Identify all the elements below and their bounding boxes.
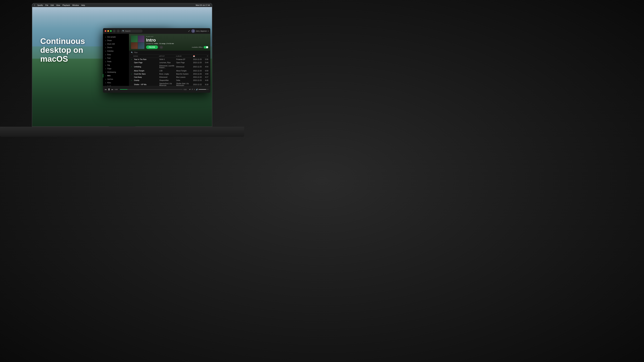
sp-progress: 0:09 5:22 bbox=[115, 89, 188, 90]
toggle-switch[interactable] bbox=[204, 46, 208, 48]
track-album-8: Shelter (feat. Lily McKenzie) bbox=[176, 83, 193, 86]
laptop-shell:  Spotify File Edit View Playback Window… bbox=[0, 0, 244, 137]
sidebar-item-drums[interactable]: ♫ Drums bbox=[103, 46, 129, 49]
sidebar-label-kilou: Kilou bbox=[107, 82, 111, 84]
music-icon-9: ♫ bbox=[105, 64, 106, 66]
album-thumb-1 bbox=[131, 35, 138, 42]
sidebar-label-fast: Fast bbox=[107, 57, 110, 59]
sp-user[interactable]: J Jerry Jäppinen ▾ bbox=[191, 29, 209, 33]
sidebar-item-dat-sample[interactable]: ♫ Dat sample bbox=[103, 35, 129, 39]
pause-button[interactable]: PAUSE bbox=[146, 45, 158, 49]
track-row-1[interactable]: ✓ Year In The Rain Strife II Protaras EP… bbox=[130, 58, 209, 61]
col-header-date: 📅 bbox=[193, 55, 203, 57]
laptop-bottom bbox=[0, 127, 244, 137]
menubar-spotify[interactable]: Spotify bbox=[37, 4, 43, 6]
menubar:  Spotify File Edit View Playback Window… bbox=[32, 3, 212, 7]
repeat-btn[interactable]: ↺ bbox=[192, 88, 193, 90]
music-icon-14: ♫ bbox=[105, 82, 106, 84]
col-header-artist: ARTIST bbox=[159, 55, 176, 57]
track-name-8: Shelter - VIP Mix bbox=[133, 84, 159, 85]
spotify-left-controls: ‹ › 🔍 Search bbox=[105, 29, 187, 33]
menubar-help[interactable]: Help bbox=[81, 4, 85, 6]
menubar-view[interactable]: View bbox=[56, 4, 60, 6]
music-icon-15: ♫ bbox=[105, 85, 106, 86]
sp-sidebar: ♫ Dat sample ♫ Drops ♫ Drum chill ♫ bbox=[103, 34, 129, 86]
sp-expand-btn[interactable]: ⤢ bbox=[188, 30, 190, 32]
volume-fill bbox=[198, 89, 206, 90]
track-duration-8: 8:18 bbox=[203, 84, 208, 85]
sidebar-item-gig[interactable]: ♫ Gig bbox=[103, 63, 129, 67]
sidebar-item-dubstep[interactable]: ♫ Dubstep bbox=[103, 49, 129, 53]
hero-text: Continuous desktop on macOS bbox=[40, 37, 85, 63]
progress-track[interactable] bbox=[120, 89, 183, 90]
music-icon-5: ♫ bbox=[105, 50, 106, 52]
track-row-2[interactable]: Open Page Lenzman, Riya Open Page 2015-1… bbox=[130, 61, 209, 64]
music-icon-2: ♫ bbox=[105, 39, 106, 41]
col-header-song: SONG bbox=[133, 55, 159, 57]
track-album-6: Blue Leaves bbox=[176, 76, 193, 78]
sidebar-item-intro[interactable]: ♪ Intro bbox=[103, 74, 129, 77]
track-duration-5: 4:59 bbox=[203, 73, 208, 75]
track-check-1: ✓ bbox=[131, 59, 133, 60]
menubar-edit[interactable]: Edit bbox=[51, 4, 54, 6]
volume-icon[interactable]: 🔊 bbox=[196, 88, 198, 90]
sidebar-label-gig: Gig bbox=[107, 64, 110, 66]
sp-search-box[interactable]: 🔍 Search bbox=[121, 29, 142, 33]
sidebar-item-drum-chill[interactable]: ♫ Drum chill bbox=[103, 42, 129, 46]
playlist-type-label: PLAYLIST bbox=[146, 36, 208, 37]
menubar-playback[interactable]: Playback bbox=[62, 4, 70, 6]
sidebar-label-intro: Intro bbox=[107, 75, 110, 77]
skip-forward-btn[interactable]: ⏭ bbox=[111, 88, 113, 91]
shuffle-btn[interactable]: ⇄ bbox=[189, 88, 190, 90]
volume-track[interactable] bbox=[198, 89, 209, 90]
sp-user-chevron: ▾ bbox=[208, 30, 209, 32]
offline-toggle[interactable]: Available Offline bbox=[192, 46, 208, 48]
menubar-file[interactable]: File bbox=[45, 4, 48, 6]
track-name-5: Count the Stars bbox=[133, 73, 159, 75]
filter-input[interactable]: Filter bbox=[134, 52, 138, 53]
spotify-close-btn[interactable] bbox=[105, 30, 106, 32]
sidebar-item-jumlius[interactable]: ♫ Jum!ius bbox=[103, 77, 129, 81]
menubar-window[interactable]: Window bbox=[72, 4, 79, 6]
sidebar-item-gogo[interactable]: ♫ Gogo bbox=[103, 67, 129, 70]
queue-btn[interactable]: ≡ bbox=[194, 88, 195, 90]
sp-controls: PAUSE ··· Available Offline bbox=[146, 45, 208, 49]
more-options-btn[interactable]: ··· bbox=[160, 45, 163, 49]
album-thumb-4 bbox=[138, 42, 144, 49]
sidebar-item-feels[interactable]: ♫ Feels bbox=[103, 60, 129, 63]
sidebar-item-eazy[interactable]: ♫ Eazy bbox=[103, 53, 129, 56]
track-row-7[interactable]: ✓ Gravity Shapeshifter Delta 2015-12-25 … bbox=[130, 79, 209, 82]
sidebar-item-kilou[interactable]: ♫ Kilou bbox=[103, 81, 129, 84]
spotify-min-btn[interactable] bbox=[107, 30, 109, 32]
track-name-6: Cast Away bbox=[133, 76, 159, 78]
play-pause-btn[interactable]: ⏸ bbox=[108, 88, 110, 91]
apple-menu[interactable]:  bbox=[34, 4, 35, 6]
sidebar-item-intreleasing[interactable]: ♫ Intreleasing bbox=[103, 70, 129, 74]
track-row-3[interactable]: ✓ Unfolding Etherwood, Laurelle Robich..… bbox=[130, 64, 209, 69]
hero-line1: Continuous bbox=[40, 37, 85, 46]
track-duration-4: 6:59 bbox=[203, 70, 208, 72]
track-row-4[interactable]: About Tonight LSB About Tonight 2015-12-… bbox=[130, 69, 209, 72]
sp-pb-right: ⇄ ↺ ≡ 🔊 bbox=[189, 88, 209, 90]
sp-forward-btn[interactable]: › bbox=[117, 29, 120, 32]
spotify-max-btn[interactable] bbox=[110, 30, 112, 32]
sidebar-item-fast[interactable]: ♫ Fast bbox=[103, 56, 129, 60]
skip-back-btn[interactable]: ⏮ bbox=[105, 88, 107, 91]
playlist-meta: Created by: eiskis · 31 songs, 2 hr 50 m… bbox=[146, 43, 208, 44]
sp-back-btn[interactable]: ‹ bbox=[113, 29, 116, 32]
track-artist-6: Etherwood bbox=[159, 76, 176, 78]
track-check-5: ✓ bbox=[131, 73, 133, 75]
music-icon-13: ♫ bbox=[105, 78, 106, 80]
track-date-8: 2015-12-22 bbox=[193, 84, 203, 85]
track-album-5: Beat the System bbox=[176, 73, 193, 75]
sp-main-content: PLAYLIST Intro Created by: eiskis · 31 s… bbox=[129, 34, 210, 86]
sidebar-label-gogo: Gogo bbox=[107, 68, 111, 69]
track-row-8[interactable]: Shelter - VIP Mix SpectraSoul, Lily Mcke… bbox=[130, 82, 209, 86]
track-row-6[interactable]: Cast Away Etherwood Blue Leaves 2015-12-… bbox=[130, 76, 209, 79]
sidebar-item-drops[interactable]: ♫ Drops bbox=[103, 39, 129, 42]
sp-pb-controls: ⏮ ⏸ ⏭ bbox=[105, 88, 113, 91]
track-artist-7: Shapeshifter bbox=[159, 79, 176, 81]
track-album-4: About Tonight bbox=[176, 70, 193, 72]
sidebar-item-lagit[interactable]: ♫ Lagit bbox=[103, 84, 129, 86]
track-row-5[interactable]: ✓ Count the Stars Bcee, Lingby Beat the … bbox=[130, 72, 209, 76]
